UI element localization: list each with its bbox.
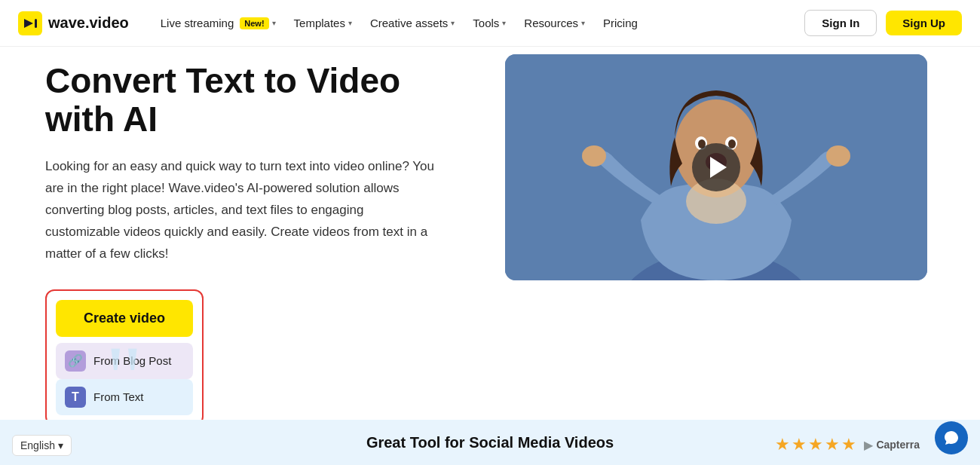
quote-decoration: " [106,333,142,424]
star-rating: ★★★★★ [775,435,858,454]
svg-rect-2 [35,19,37,28]
hero-title: Convert Text to Video with AI [45,62,467,138]
capterra-label: Capterra [876,439,920,451]
chevron-down-icon: ▾ [58,439,63,451]
nav-items: Live streaming New! ▾ Templates ▾ Creati… [153,12,805,34]
logo[interactable]: wave.video [18,11,129,35]
text-icon: T [65,387,86,408]
chevron-down-icon: ▾ [581,19,585,27]
capterra-logo: ▶ Capterra [864,438,920,452]
nav-item-creative-assets[interactable]: Creative assets ▾ [363,12,462,34]
nav-actions: Sign In Sign Up [804,10,962,36]
chat-bubble-button[interactable] [935,421,968,454]
logo-icon [18,11,42,35]
chevron-down-icon: ▾ [272,19,276,27]
svg-point-14 [826,145,850,167]
chevron-down-icon: ▾ [502,19,506,27]
nav-item-pricing[interactable]: Pricing [596,12,645,34]
signin-button[interactable]: Sign In [804,10,877,36]
chevron-down-icon: ▾ [348,19,352,27]
hero-description: Looking for an easy and quick way to tur… [45,156,437,265]
chevron-down-icon: ▾ [451,19,455,27]
play-icon [710,157,727,178]
nav-item-tools[interactable]: Tools ▾ [465,12,513,34]
logo-text: wave.video [48,14,129,32]
svg-point-13 [582,145,606,167]
new-badge: New! [240,17,268,29]
navbar: wave.video Live streaming New! ▾ Templat… [0,0,980,47]
chat-icon [943,430,960,446]
nav-item-resources[interactable]: Resources ▾ [516,12,593,34]
nav-item-livestreaming[interactable]: Live streaming New! ▾ [153,12,283,34]
rating-area: ★★★★★ ▶ Capterra [775,435,920,454]
main-content: Convert Text to Video with AI Looking fo… [0,54,980,426]
signup-button[interactable]: Sign Up [886,11,962,35]
capterra-icon: ▶ [864,438,873,452]
play-button[interactable] [692,143,740,191]
video-thumbnail[interactable] [505,54,927,280]
language-selector[interactable]: English ▾ [12,435,72,456]
bottom-bar-title: Great Tool for Social Media Videos [366,434,614,451]
hero-right [498,54,935,426]
link-icon: 🔗 [65,350,86,372]
language-label: English [20,439,55,451]
nav-item-templates[interactable]: Templates ▾ [286,12,360,34]
